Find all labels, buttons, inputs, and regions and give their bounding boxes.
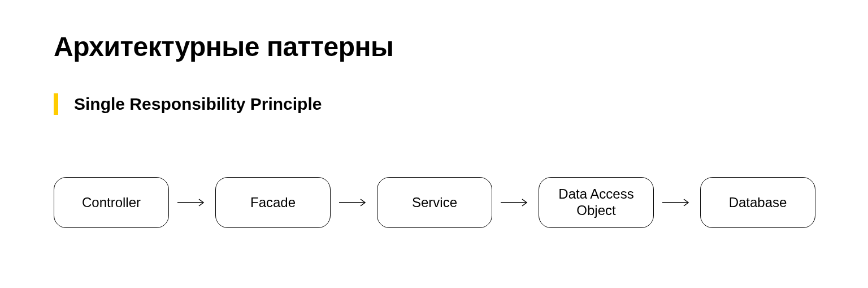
flow-node-dao: Data Access Object bbox=[539, 177, 654, 228]
arrow-icon bbox=[654, 199, 700, 207]
slide-title: Архитектурные паттерны bbox=[54, 31, 814, 62]
flow-node-service: Service bbox=[377, 177, 492, 228]
arrow-icon bbox=[169, 199, 215, 207]
accent-bar bbox=[54, 93, 58, 115]
arrow-icon bbox=[492, 199, 539, 207]
subtitle-text: Single Responsibility Principle bbox=[74, 94, 322, 114]
flow-node-controller: Controller bbox=[54, 177, 169, 228]
flow-node-facade: Facade bbox=[215, 177, 331, 228]
arrow-icon bbox=[331, 199, 377, 207]
subtitle-row: Single Responsibility Principle bbox=[54, 93, 814, 115]
flow-diagram: Controller Facade Service Data Access Ob… bbox=[54, 177, 814, 228]
flow-node-database: Database bbox=[700, 177, 815, 228]
